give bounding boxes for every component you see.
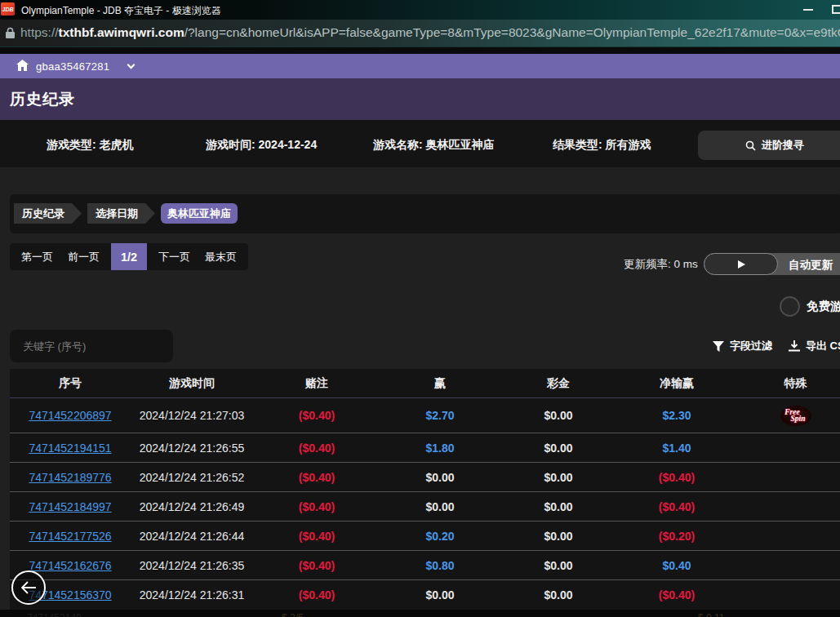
main-content: 历史纪录选择日期奥林匹亚神庙 第一页前一页1/2下一页最末页 更新频率: 0 m…: [0, 167, 840, 617]
page-button[interactable]: 前一页: [64, 243, 103, 270]
filter-summary-bar: 游戏类型: 老虎机游戏时间: 2024-12-24游戏名称: 奥林匹亚神庙结果类…: [0, 120, 840, 167]
filter-item: 游戏名称: 奥林匹亚神庙: [373, 138, 495, 153]
cell-bonus: $0.00: [500, 530, 617, 543]
cell-bet: ($0.40): [253, 559, 380, 572]
cell-bet: ($0.40): [253, 409, 380, 422]
history-table-body: 74714522068972024/12/24 21:27:03($0.40)$…: [10, 398, 840, 610]
cell-bonus: $0.00: [500, 588, 617, 601]
cell-bet: ($0.40): [253, 442, 380, 455]
cell-time: 2024/12/24 21:26:49: [131, 500, 253, 513]
account-navbar: gbaa35467281: [0, 54, 840, 78]
cell-time: 2024/12/24 21:26:35: [131, 559, 253, 572]
history-table: 序号游戏时间赌注赢彩金净输赢特殊 74714522068972024/12/24…: [10, 369, 840, 610]
cell-win: $2.70: [380, 409, 500, 422]
cell-bet: ($0.40): [253, 471, 380, 484]
table-header-row: 序号游戏时间赌注赢彩金净输赢特殊: [10, 369, 840, 398]
address-bar[interactable]: https://txthbf.awimqwri.com/?lang=cn&hom…: [0, 20, 840, 47]
cell-win: $0.00: [380, 588, 500, 601]
column-header: 赌注: [253, 376, 380, 391]
minimize-button[interactable]: [803, 9, 813, 11]
game-id-link[interactable]: 7471452184997: [29, 500, 111, 513]
play-button[interactable]: [704, 253, 778, 275]
cell-net: $2.30: [617, 409, 736, 422]
cell-time: 2024/12/24 21:26:31: [131, 588, 253, 601]
page-title: 历史纪录: [10, 89, 75, 110]
window-titlebar: JDB OlympianTemple - JDB 夺宝电子 - 极速浏览器: [0, 0, 840, 20]
account-name[interactable]: gbaa35467281: [36, 60, 109, 73]
table-row: 74714522068972024/12/24 21:27:03($0.40)$…: [10, 398, 840, 433]
cell-bet: ($0.40): [253, 588, 380, 601]
page-title-band: 历史纪录: [0, 78, 840, 120]
cell-bonus: $0.00: [500, 442, 617, 455]
cell-win: $1.80: [380, 442, 500, 455]
cell-bet: ($0.40): [253, 500, 380, 513]
cell-serial: 7471452189776: [10, 471, 131, 484]
cell-time: 2024/12/24 21:27:03: [131, 409, 253, 422]
field-filter-button[interactable]: 字段过滤: [730, 339, 772, 353]
keyword-search-input[interactable]: [10, 330, 173, 362]
column-header: 游戏时间: [131, 376, 253, 391]
back-arrow-icon: [20, 581, 37, 594]
refresh-rate-label: 更新频率: 0 ms: [624, 257, 698, 272]
cell-bet: ($0.40): [253, 530, 380, 543]
browser-window: JDB OlympianTemple - JDB 夺宝电子 - 极速浏览器 ht…: [0, 0, 840, 617]
cell-special: FreeSpin: [736, 406, 840, 426]
breadcrumb-item[interactable]: 历史纪录: [14, 203, 82, 224]
cell-bonus: $0.00: [500, 471, 617, 484]
jdb-favicon-icon: JDB: [1, 2, 15, 16]
page-button[interactable]: 第一页: [18, 243, 56, 270]
partial-footer-strip: 7471452149 $ 2/5 $ 0.11: [0, 610, 840, 617]
column-header: 特殊: [736, 376, 840, 391]
column-header: 赢: [380, 376, 500, 391]
advanced-search-button[interactable]: 进阶搜寻: [698, 131, 840, 160]
lock-icon: [5, 27, 16, 39]
game-id-link[interactable]: 7471452177526: [29, 530, 111, 543]
filter-item: 结果类型: 所有游戏: [553, 138, 651, 153]
game-id-link[interactable]: 7471452206897: [29, 409, 111, 422]
chevron-down-icon[interactable]: [127, 61, 136, 69]
breadcrumb: 历史纪录选择日期奥林匹亚神庙: [14, 203, 238, 224]
home-icon[interactable]: [16, 60, 29, 71]
page-indicator[interactable]: 1/2: [111, 243, 147, 270]
cell-serial: 7471452206897: [10, 409, 131, 422]
back-button[interactable]: [11, 570, 46, 605]
cell-time: 2024/12/24 21:26:44: [131, 530, 253, 543]
cell-net: ($0.20): [617, 530, 736, 543]
auto-update-label: 自动更新: [789, 258, 833, 273]
table-actions: 字段过滤 导出 CSV: [713, 336, 840, 356]
cell-win: $0.80: [380, 559, 500, 572]
cell-serial: 7471452184997: [10, 500, 131, 513]
table-row: 74714521626762024/12/24 21:26:35($0.40)$…: [10, 551, 840, 580]
maximize-button[interactable]: [832, 5, 840, 14]
breadcrumb-item[interactable]: 奥林匹亚神庙: [161, 203, 238, 224]
cell-time: 2024/12/24 21:26:52: [131, 471, 253, 484]
cell-net: ($0.40): [617, 500, 736, 513]
cell-net: $1.40: [617, 442, 736, 455]
free-spin-badge: FreeSpin: [780, 406, 811, 426]
column-header: 彩金: [500, 376, 617, 391]
game-id-link[interactable]: 7471452162676: [29, 559, 111, 572]
filter-funnel-icon[interactable]: [713, 341, 724, 352]
page-button[interactable]: 下一页: [155, 243, 193, 270]
cell-net: ($0.40): [617, 588, 736, 601]
game-id-link[interactable]: 7471452189776: [29, 471, 111, 484]
cell-bonus: $0.00: [500, 500, 617, 513]
filter-item: 游戏类型: 老虎机: [47, 138, 134, 153]
column-header: 序号: [10, 376, 131, 391]
export-csv-button[interactable]: 导出 CSV: [806, 339, 840, 353]
breadcrumb-panel: 历史纪录选择日期奥林匹亚神庙: [10, 194, 840, 233]
download-icon[interactable]: [789, 340, 800, 352]
window-title: OlympianTemple - JDB 夺宝电子 - 极速浏览器: [21, 4, 221, 18]
page-button[interactable]: 最末页: [202, 243, 240, 270]
free-game-toggle[interactable]: [780, 296, 800, 317]
cell-bonus: $0.00: [500, 409, 617, 422]
cell-win: $0.00: [380, 471, 500, 484]
table-row: 74714521775262024/12/24 21:26:44($0.40)$…: [10, 522, 840, 551]
breadcrumb-item[interactable]: 选择日期: [87, 203, 155, 224]
table-row: 74714521563702024/12/24 21:26:31($0.40)$…: [10, 580, 840, 610]
partial-row-id: 7471452149: [27, 612, 82, 617]
game-id-link[interactable]: 7471452194151: [29, 442, 111, 455]
cell-time: 2024/12/24 21:26:55: [131, 442, 253, 455]
cell-win: $0.20: [380, 530, 500, 543]
url-text[interactable]: https://txthbf.awimqwri.com/?lang=cn&hom…: [20, 25, 840, 40]
